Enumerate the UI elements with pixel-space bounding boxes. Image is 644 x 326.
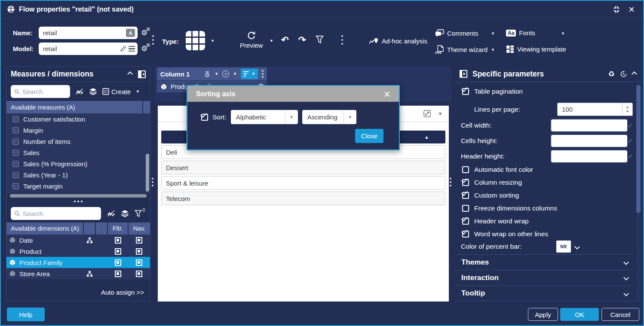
panel-resize-handle[interactable] bbox=[74, 201, 83, 202]
hide-hidden-icon[interactable] bbox=[107, 210, 115, 217]
fltr-checkbox[interactable] bbox=[115, 271, 121, 277]
cell-width-input[interactable] bbox=[551, 119, 627, 131]
measures-vertical-scrollbar[interactable] bbox=[146, 154, 149, 192]
aggregate-caret-icon[interactable]: ▼ bbox=[233, 72, 237, 76]
confirm-check-icon[interactable]: ✓ bbox=[628, 152, 633, 160]
type-caret-icon[interactable]: ▼ bbox=[211, 39, 215, 43]
dock-left-icon[interactable] bbox=[138, 70, 146, 78]
hide-hidden-icon[interactable] bbox=[75, 88, 84, 95]
checkbox[interactable] bbox=[462, 218, 469, 225]
sort-button-active[interactable]: ▼ bbox=[241, 69, 258, 79]
viewing-template-button[interactable]: Viewing template bbox=[506, 45, 566, 53]
create-caret-icon[interactable]: ▼ bbox=[136, 90, 140, 94]
measure-item[interactable]: Number of items bbox=[6, 136, 150, 147]
freeze-dimensions-option[interactable]: Freeze dimensions columns bbox=[462, 204, 557, 212]
checkbox[interactable] bbox=[462, 179, 469, 186]
ranking-medal-icon[interactable]: 3 bbox=[204, 70, 211, 78]
custom-sorting-option[interactable]: Custom sorting bbox=[462, 192, 519, 199]
fltr-checkbox[interactable] bbox=[115, 259, 121, 266]
measures-search-input[interactable] bbox=[22, 88, 67, 95]
confirm-check-icon[interactable]: ✓ bbox=[628, 122, 633, 129]
panel-door-icon[interactable] bbox=[460, 70, 467, 78]
header-height-input[interactable] bbox=[551, 150, 627, 162]
layers-icon[interactable] bbox=[89, 88, 97, 95]
name-settings-gear-icon[interactable]: ⚙ bbox=[141, 29, 147, 37]
translate-icon[interactable]: A bbox=[126, 29, 135, 37]
fonts-caret-icon[interactable]: ▼ bbox=[561, 32, 565, 36]
percent-bar-color-swatch[interactable]: NR bbox=[556, 241, 571, 253]
adhoc-analysis-button[interactable]: Ad-hoc analysis bbox=[369, 37, 427, 45]
toolbar-divider-kebab2-icon[interactable] bbox=[341, 35, 343, 45]
table-pagination-checkbox[interactable] bbox=[462, 88, 469, 95]
themes-section[interactable]: Themes bbox=[454, 254, 635, 270]
fltr-checkbox[interactable] bbox=[115, 237, 121, 244]
nav-checkbox[interactable] bbox=[136, 237, 142, 244]
measure-item[interactable]: Sales bbox=[6, 147, 150, 158]
params-scrollbar-thumb[interactable] bbox=[636, 85, 641, 213]
model-settings-gear-icon[interactable]: ⚙ bbox=[141, 45, 147, 52]
sort-type-dropdown[interactable]: Alphabetic ▼ bbox=[231, 110, 298, 124]
preview-caret-icon[interactable]: ▼ bbox=[270, 39, 273, 43]
percent-bar-caret-icon[interactable] bbox=[574, 244, 580, 250]
preview-button[interactable]: Preview bbox=[240, 31, 263, 49]
measure-item[interactable]: Margin bbox=[6, 125, 150, 136]
automatic-font-color-option[interactable]: Automatic font color bbox=[462, 166, 533, 174]
flow-type-grid-icon[interactable] bbox=[186, 31, 205, 50]
checkbox[interactable] bbox=[462, 192, 469, 199]
checkbox[interactable] bbox=[462, 166, 469, 173]
help-button[interactable]: Help bbox=[7, 308, 45, 321]
measure-item[interactable]: Customer satisfaction bbox=[6, 113, 150, 125]
apply-button[interactable]: Apply bbox=[528, 308, 558, 321]
fonts-button[interactable]: Aa Fonts bbox=[506, 29, 535, 37]
dialog-close-button[interactable]: Close bbox=[355, 129, 383, 143]
comments-button[interactable]: Comments bbox=[435, 29, 478, 37]
checkbox[interactable] bbox=[462, 231, 469, 238]
confirm-check-icon[interactable]: ✓ bbox=[628, 137, 633, 145]
dimension-row[interactable]: Store Area bbox=[6, 268, 150, 279]
table-row[interactable]: Sport & leisure bbox=[161, 176, 445, 190]
auto-assign-link[interactable]: Auto assign >> bbox=[101, 289, 144, 296]
cancel-button[interactable]: Cancel bbox=[601, 308, 639, 321]
maximize-icon[interactable] bbox=[423, 110, 431, 117]
preview-filter-caret-icon[interactable]: ▼ bbox=[438, 111, 443, 117]
nav-checkbox[interactable] bbox=[136, 271, 142, 277]
word-wrap-other-lines-option[interactable]: Word wrap on other lines bbox=[462, 230, 548, 238]
fltr-checkbox[interactable] bbox=[115, 248, 121, 255]
tooltip-section[interactable]: Tooltip bbox=[454, 286, 635, 301]
create-measure-button[interactable]: Create bbox=[102, 88, 131, 95]
layers-icon[interactable] bbox=[121, 210, 129, 217]
name-input[interactable] bbox=[39, 29, 107, 37]
dimension-row[interactable]: Date bbox=[6, 235, 150, 246]
close-window-icon[interactable]: × bbox=[626, 4, 637, 15]
collapse-params-chevron-icon[interactable] bbox=[632, 71, 637, 77]
left-splitter-handle[interactable] bbox=[152, 178, 153, 186]
measure-item[interactable]: Target margin bbox=[6, 180, 150, 192]
dimension-row[interactable]: Product bbox=[6, 246, 150, 257]
filter-icon[interactable] bbox=[316, 35, 324, 46]
dialog-title-bar[interactable]: Sorting axis × bbox=[187, 86, 399, 102]
measure-item[interactable]: Sales (% Progression) bbox=[6, 158, 150, 169]
reset-recycle-icon[interactable]: ♻ bbox=[608, 70, 615, 78]
toolbar-divider-kebab-icon[interactable] bbox=[152, 35, 154, 45]
compress-window-icon[interactable] bbox=[611, 4, 622, 15]
edit-pencil-icon[interactable] bbox=[120, 46, 126, 52]
undo-icon[interactable]: ↶ bbox=[281, 35, 289, 44]
right-splitter-handle[interactable] bbox=[450, 178, 451, 186]
history-icon[interactable] bbox=[620, 70, 627, 78]
redo-icon[interactable]: ↷ bbox=[298, 35, 306, 44]
dimensions-search-input[interactable] bbox=[23, 210, 98, 217]
measures-horizontal-scrollbar[interactable] bbox=[10, 194, 147, 198]
theme-wizard-caret-icon[interactable]: ▼ bbox=[491, 48, 495, 52]
interaction-section[interactable]: Interaction bbox=[454, 270, 635, 285]
lines-per-page-input[interactable] bbox=[558, 106, 622, 113]
column-resizing-option[interactable]: Column resizing bbox=[462, 179, 522, 186]
dimension-filter-icon[interactable]: 0 bbox=[135, 210, 142, 218]
table-row[interactable]: Telecom bbox=[161, 192, 445, 205]
ok-button[interactable]: OK bbox=[560, 308, 599, 321]
model-list-icon[interactable] bbox=[129, 46, 135, 52]
dimension-row-selected[interactable]: Product Family bbox=[6, 257, 150, 268]
table-pagination-option[interactable]: Table pagination bbox=[462, 88, 523, 95]
comments-caret-icon[interactable]: ▼ bbox=[491, 32, 495, 36]
sort-order-dropdown[interactable]: Ascending ▼ bbox=[302, 110, 356, 124]
spinner-arrows[interactable]: ▲▼ bbox=[622, 103, 632, 116]
